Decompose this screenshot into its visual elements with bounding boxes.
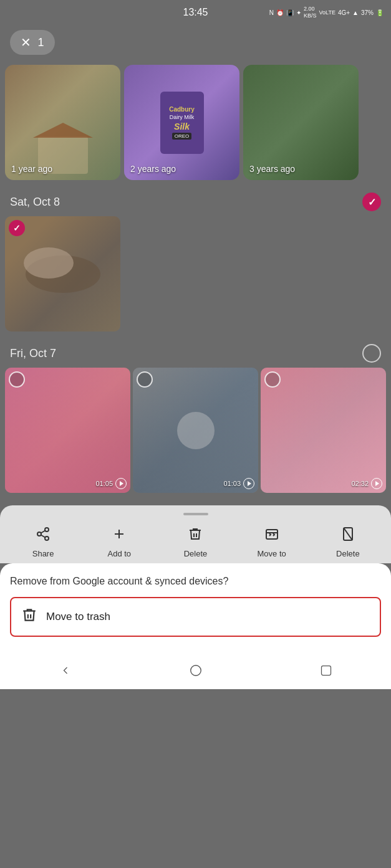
memory-label-2: 2 years ago xyxy=(130,164,176,174)
play-icon-1 xyxy=(115,478,127,489)
delete-label: Delete xyxy=(184,549,208,558)
drag-handle xyxy=(183,513,208,515)
photo-checkbox-video1[interactable] xyxy=(9,371,25,388)
confirm-sheet: Remove from Google account & synced devi… xyxy=(0,563,391,652)
back-button[interactable] xyxy=(52,657,79,684)
section-header-fri: Fri, Oct 7 xyxy=(0,336,391,368)
video-overlay-3: 02:32 xyxy=(351,478,382,489)
video-duration-3: 02:32 xyxy=(351,480,369,487)
share-button[interactable]: Share xyxy=(18,522,68,558)
action-buttons: Share Add to Delete xyxy=(0,522,391,558)
close-icon: ✕ xyxy=(21,35,31,50)
move-to-trash-label: Move to trash xyxy=(46,611,110,623)
addto-icon xyxy=(107,522,132,546)
battery-icon: 🔋 xyxy=(376,9,384,16)
section-select-sat[interactable] xyxy=(362,193,381,211)
nfc-icon: N xyxy=(269,9,274,16)
status-icons: N ⏰ 📳 ✦ 2.00KB/S VoLTE 4G+ ▲ 37% 🔋 xyxy=(269,6,384,19)
home-button[interactable] xyxy=(182,657,210,684)
vibrate-icon: 📳 xyxy=(286,9,294,16)
wifi-bars: ▲ xyxy=(352,9,359,16)
sat-photo-grid xyxy=(0,216,391,336)
addto-button[interactable]: Add to xyxy=(94,522,144,558)
moveto-label: Move to xyxy=(258,549,286,558)
addto-label: Add to xyxy=(107,549,131,558)
move-to-trash-button[interactable]: Move to trash xyxy=(10,597,381,637)
video-duration-1: 01:05 xyxy=(95,480,113,487)
photo-video2[interactable]: 01:03 xyxy=(133,368,258,493)
share-icon xyxy=(31,522,56,546)
memory-label-1: 1 year ago xyxy=(11,164,52,174)
status-bar: 13:45 N ⏰ 📳 ✦ 2.00KB/S VoLTE 4G+ ▲ 37% 🔋 xyxy=(0,0,391,25)
data-speed: 2.00KB/S xyxy=(304,6,317,19)
recents-button[interactable] xyxy=(312,657,340,684)
deletedevice-button[interactable]: Delete xyxy=(323,522,373,558)
section-header-sat: Sat, Oct 8 xyxy=(0,185,391,216)
nav-bar xyxy=(0,652,391,689)
photo-checkbox-video2[interactable] xyxy=(137,371,153,388)
video-duration-2: 01:03 xyxy=(223,480,241,487)
svg-rect-11 xyxy=(321,666,331,675)
action-bar: Share Add to Delete xyxy=(0,505,391,563)
svg-rect-7 xyxy=(266,530,278,539)
play-icon-3 xyxy=(371,478,382,489)
svg-point-2 xyxy=(45,537,49,540)
share-label: Share xyxy=(32,549,54,558)
bluetooth-icon: ✦ xyxy=(296,9,301,16)
delete-icon xyxy=(183,522,208,546)
svg-line-3 xyxy=(41,535,46,538)
section-select-fri[interactable] xyxy=(362,344,381,363)
photo-video1[interactable]: 01:05 xyxy=(5,368,130,493)
confirm-title: Remove from Google account & synced devi… xyxy=(10,576,381,587)
svg-point-1 xyxy=(37,532,41,536)
trash-icon xyxy=(21,607,37,627)
svg-line-4 xyxy=(41,531,46,533)
memory-label-3: 3 years ago xyxy=(249,164,295,174)
signal-icon: 4G+ xyxy=(338,9,350,16)
photo-checkbox-video3[interactable] xyxy=(264,371,281,388)
selection-count: 1 xyxy=(37,36,44,49)
photo-checkbox-dishes[interactable] xyxy=(9,220,25,236)
moveto-icon xyxy=(259,522,284,546)
moveto-button[interactable]: Move to xyxy=(247,522,297,558)
video-overlay-1: 01:05 xyxy=(95,478,127,489)
status-time: 13:45 xyxy=(183,7,208,18)
memory-thumb-1[interactable]: 1 year ago xyxy=(5,65,120,180)
memory-thumb-3[interactable]: 3 years ago xyxy=(243,65,359,180)
svg-line-9 xyxy=(344,528,352,540)
close-selection-button[interactable]: ✕ 1 xyxy=(10,30,55,55)
photo-video3[interactable]: 02:32 xyxy=(261,368,386,493)
battery-percent: 37% xyxy=(361,9,374,16)
memory-thumb-2[interactable]: Cadbury Dairy Milk Silk OREO 2 years ago xyxy=(124,65,239,180)
memories-row: 1 year ago Cadbury Dairy Milk Silk OREO … xyxy=(0,60,391,185)
video-overlay-2: 01:03 xyxy=(223,478,254,489)
volte-icon: VoLTE xyxy=(319,9,335,16)
delete-button[interactable]: Delete xyxy=(170,522,220,558)
photo-dishes[interactable] xyxy=(5,216,120,331)
svg-point-10 xyxy=(190,665,201,676)
section-date-fri: Fri, Oct 7 xyxy=(10,347,56,360)
alarm-icon: ⏰ xyxy=(276,9,284,16)
deletedevice-icon xyxy=(335,522,360,546)
deletedevice-label: Delete xyxy=(336,549,360,558)
section-date-sat: Sat, Oct 8 xyxy=(10,196,60,209)
fri-photo-grid: 01:05 01:03 02:32 xyxy=(0,368,391,493)
play-icon-2 xyxy=(243,478,254,489)
top-bar: ✕ 1 xyxy=(0,25,391,60)
svg-point-0 xyxy=(45,528,49,532)
